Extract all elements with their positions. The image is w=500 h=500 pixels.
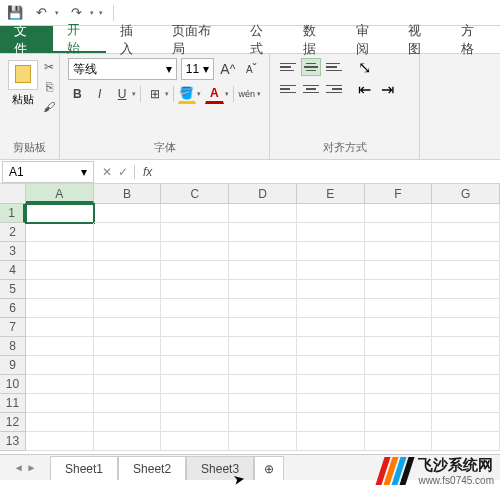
align-right-icon[interactable] <box>324 80 344 98</box>
cell[interactable] <box>432 318 500 337</box>
column-header[interactable]: C <box>161 184 229 203</box>
border-button[interactable]: ⊞ <box>145 84 163 104</box>
cancel-icon[interactable]: ✕ <box>102 165 112 179</box>
cell[interactable] <box>26 413 94 432</box>
cell[interactable] <box>26 299 94 318</box>
cell[interactable] <box>161 337 229 356</box>
cell[interactable] <box>432 204 500 223</box>
cell[interactable] <box>161 394 229 413</box>
cell[interactable] <box>432 394 500 413</box>
cell[interactable] <box>297 261 365 280</box>
cell[interactable] <box>161 432 229 451</box>
orientation-icon[interactable]: ⤡ <box>356 58 376 76</box>
font-size-select[interactable]: 11▾ <box>181 58 214 80</box>
align-center-icon[interactable] <box>301 80 321 98</box>
cell[interactable] <box>161 204 229 223</box>
cell[interactable] <box>161 299 229 318</box>
cell[interactable] <box>26 242 94 261</box>
column-header[interactable]: D <box>229 184 297 203</box>
tab-file[interactable]: 文件 <box>0 26 53 53</box>
cut-icon[interactable]: ✂ <box>40 58 58 76</box>
cell[interactable] <box>94 223 162 242</box>
cell[interactable] <box>229 337 297 356</box>
cell[interactable] <box>26 223 94 242</box>
fx-icon[interactable]: fx <box>135 165 160 179</box>
cell[interactable] <box>26 356 94 375</box>
bold-button[interactable]: B <box>68 84 86 104</box>
cell[interactable] <box>365 394 433 413</box>
cell[interactable] <box>94 413 162 432</box>
cell[interactable] <box>297 432 365 451</box>
cell[interactable] <box>94 242 162 261</box>
row-header[interactable]: 11 <box>0 394 25 413</box>
phonetic-button[interactable]: wén <box>237 84 256 104</box>
cell[interactable] <box>229 318 297 337</box>
format-painter-icon[interactable]: 🖌 <box>40 98 58 116</box>
cell[interactable] <box>161 223 229 242</box>
cell[interactable] <box>297 242 365 261</box>
row-header[interactable]: 2 <box>0 223 25 242</box>
cell[interactable] <box>297 337 365 356</box>
cell[interactable] <box>26 375 94 394</box>
cell[interactable] <box>432 242 500 261</box>
tab-page-layout[interactable]: 页面布局 <box>158 26 236 53</box>
sheet-nav[interactable]: ◄ ► <box>0 462 50 473</box>
column-header[interactable]: F <box>365 184 433 203</box>
decrease-indent-icon[interactable]: ⇤ <box>356 80 376 98</box>
row-header[interactable]: 6 <box>0 299 25 318</box>
cell[interactable] <box>365 432 433 451</box>
cell[interactable] <box>297 299 365 318</box>
cell[interactable] <box>94 394 162 413</box>
tab-square[interactable]: 方格 <box>447 26 500 53</box>
cell[interactable] <box>297 280 365 299</box>
cell[interactable] <box>161 318 229 337</box>
cell[interactable] <box>365 223 433 242</box>
cell[interactable] <box>94 356 162 375</box>
cell[interactable] <box>297 413 365 432</box>
cell[interactable] <box>297 318 365 337</box>
fill-color-button[interactable]: 🪣 <box>178 84 196 104</box>
undo-icon[interactable]: ↶ <box>32 4 50 22</box>
underline-button[interactable]: U <box>113 84 131 104</box>
cell[interactable] <box>94 337 162 356</box>
cell[interactable] <box>26 394 94 413</box>
cell[interactable] <box>365 318 433 337</box>
cell[interactable] <box>229 261 297 280</box>
font-name-select[interactable]: 等线▾ <box>68 58 177 80</box>
cell[interactable] <box>229 299 297 318</box>
sheet-tab[interactable]: Sheet2 <box>118 456 186 480</box>
align-left-icon[interactable] <box>278 80 298 98</box>
column-header[interactable]: E <box>297 184 365 203</box>
cell[interactable] <box>229 394 297 413</box>
row-header[interactable]: 9 <box>0 356 25 375</box>
cell[interactable] <box>432 375 500 394</box>
column-header[interactable]: A <box>26 184 94 203</box>
tab-data[interactable]: 数据 <box>289 26 342 53</box>
tab-review[interactable]: 审阅 <box>342 26 395 53</box>
column-header[interactable]: G <box>432 184 500 203</box>
cell[interactable] <box>161 280 229 299</box>
redo-icon[interactable]: ↷ <box>67 4 85 22</box>
chevron-down-icon[interactable]: ▾ <box>197 90 201 98</box>
cell[interactable] <box>161 242 229 261</box>
cell[interactable] <box>432 337 500 356</box>
cell[interactable] <box>94 318 162 337</box>
cell[interactable] <box>26 261 94 280</box>
cell[interactable] <box>94 375 162 394</box>
cell[interactable] <box>365 299 433 318</box>
cell[interactable] <box>365 413 433 432</box>
cell[interactable] <box>297 223 365 242</box>
chevron-down-icon[interactable]: ▾ <box>165 90 169 98</box>
cell[interactable] <box>365 337 433 356</box>
align-middle-icon[interactable] <box>301 58 321 76</box>
cell[interactable] <box>229 223 297 242</box>
row-header[interactable]: 7 <box>0 318 25 337</box>
cell[interactable] <box>229 375 297 394</box>
cell[interactable] <box>161 413 229 432</box>
align-bottom-icon[interactable] <box>324 58 344 76</box>
cell[interactable] <box>365 242 433 261</box>
row-header[interactable]: 13 <box>0 432 25 451</box>
cell[interactable] <box>94 261 162 280</box>
cell[interactable] <box>297 394 365 413</box>
cell[interactable] <box>432 280 500 299</box>
